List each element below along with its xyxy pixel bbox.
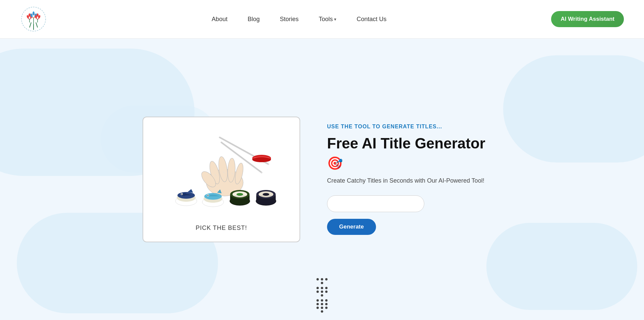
tool-label: USE THE TOOL TO GENERATE TITLES... — [327, 124, 501, 130]
svg-point-39 — [181, 193, 182, 194]
generate-button[interactable]: Generate — [327, 219, 376, 235]
nav-about[interactable]: About — [212, 16, 227, 23]
sushi-illustration — [158, 127, 285, 218]
title-input[interactable] — [327, 195, 424, 212]
svg-point-15 — [33, 11, 35, 15]
logo-area — [20, 6, 47, 33]
svg-line-2 — [30, 22, 31, 27]
scroll-arrows — [317, 277, 328, 313]
hero-section: PICK THE BEST! USE THE TOOL TO GENERATE … — [0, 39, 644, 320]
main-nav: About Blog Stories Tools ▾ Contact Us — [212, 16, 386, 23]
site-logo — [20, 6, 47, 33]
nav-stories[interactable]: Stories — [280, 16, 299, 23]
subtitle: Create Catchy Titles in Seconds with Our… — [327, 176, 501, 186]
svg-point-49 — [236, 193, 243, 196]
hero-illustration-card: PICK THE BEST! — [143, 117, 300, 242]
nav-blog[interactable]: Blog — [248, 16, 260, 23]
nav-contact[interactable]: Contact Us — [357, 16, 386, 23]
main-title: Free AI Title Generator 🎯 — [327, 135, 501, 171]
hero-right-content: USE THE TOOL TO GENERATE TITLES... Free … — [327, 124, 501, 235]
svg-point-18 — [37, 13, 39, 17]
ai-writing-assistant-button[interactable]: AI Writing Assistant — [551, 11, 624, 27]
scroll-arrow-1 — [317, 278, 328, 280]
svg-point-57 — [263, 193, 269, 196]
svg-point-12 — [29, 13, 31, 17]
hero-content: PICK THE BEST! USE THE TOOL TO GENERATE … — [104, 97, 540, 262]
svg-point-44 — [208, 195, 209, 196]
nav-tools[interactable]: Tools ▾ — [319, 16, 336, 23]
target-icon: 🎯 — [327, 156, 343, 171]
header: About Blog Stories Tools ▾ Contact Us AI… — [0, 0, 644, 39]
svg-line-3 — [36, 22, 38, 27]
card-caption: PICK THE BEST! — [196, 225, 247, 232]
tools-chevron-icon: ▾ — [334, 17, 336, 22]
